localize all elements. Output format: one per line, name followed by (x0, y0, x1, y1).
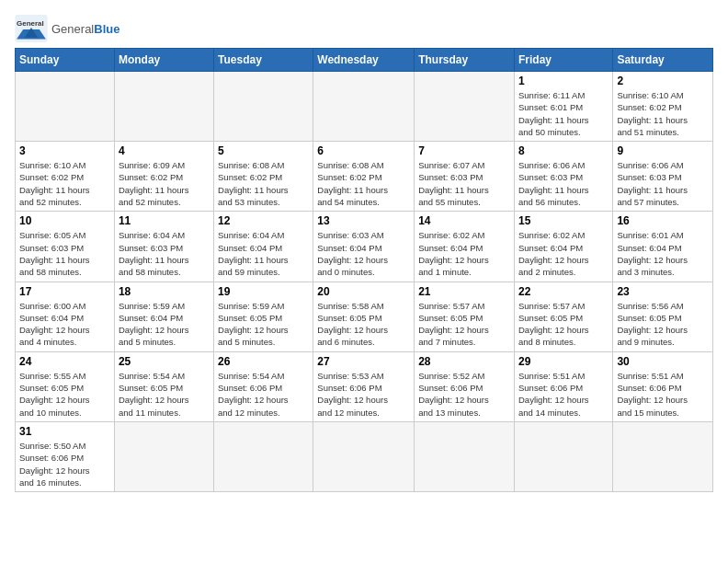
calendar-day-cell (16, 72, 115, 142)
calendar-day-cell (514, 421, 612, 491)
calendar-week-row: 10Sunrise: 6:05 AMSunset: 6:03 PMDayligh… (16, 212, 713, 282)
day-info: Sunrise: 6:01 AMSunset: 6:04 PMDaylight:… (617, 229, 709, 278)
day-info: Sunrise: 6:06 AMSunset: 6:03 PMDaylight:… (518, 159, 609, 208)
calendar-day-cell: 16Sunrise: 6:01 AMSunset: 6:04 PMDayligh… (613, 212, 713, 282)
day-number: 16 (617, 214, 709, 227)
day-number: 20 (317, 285, 410, 298)
calendar-day-cell: 11Sunrise: 6:04 AMSunset: 6:03 PMDayligh… (114, 212, 213, 282)
weekday-header-wednesday: Wednesday (313, 49, 415, 72)
day-info: Sunrise: 5:56 AMSunset: 6:05 PMDaylight:… (617, 300, 709, 349)
day-info: Sunrise: 5:59 AMSunset: 6:04 PMDaylight:… (119, 300, 210, 349)
calendar-day-cell: 28Sunrise: 5:52 AMSunset: 6:06 PMDayligh… (415, 351, 515, 421)
calendar-week-row: 1Sunrise: 6:11 AMSunset: 6:01 PMDaylight… (16, 72, 713, 142)
day-number: 31 (19, 425, 110, 438)
day-info: Sunrise: 6:10 AMSunset: 6:02 PMDaylight:… (19, 159, 110, 208)
day-number: 13 (317, 214, 410, 227)
day-info: Sunrise: 5:50 AMSunset: 6:06 PMDaylight:… (19, 440, 110, 488)
calendar-day-cell: 15Sunrise: 6:02 AMSunset: 6:04 PMDayligh… (514, 212, 612, 282)
generalblue-logo-icon: General (15, 15, 48, 42)
calendar-day-cell (114, 421, 213, 491)
calendar-day-cell: 1Sunrise: 6:11 AMSunset: 6:01 PMDaylight… (514, 72, 612, 142)
day-number: 6 (317, 144, 410, 157)
calendar-day-cell: 31Sunrise: 5:50 AMSunset: 6:06 PMDayligh… (16, 421, 115, 491)
day-info: Sunrise: 5:52 AMSunset: 6:06 PMDaylight:… (418, 370, 510, 419)
calendar-day-cell: 27Sunrise: 5:53 AMSunset: 6:06 PMDayligh… (313, 351, 415, 421)
day-info: Sunrise: 6:04 AMSunset: 6:03 PMDaylight:… (119, 229, 210, 278)
calendar-day-cell: 13Sunrise: 6:03 AMSunset: 6:04 PMDayligh… (313, 212, 415, 282)
calendar-week-row: 3Sunrise: 6:10 AMSunset: 6:02 PMDaylight… (16, 142, 713, 212)
day-info: Sunrise: 6:06 AMSunset: 6:03 PMDaylight:… (617, 159, 709, 208)
day-number: 1 (518, 75, 609, 87)
calendar-day-cell: 10Sunrise: 6:05 AMSunset: 6:03 PMDayligh… (16, 212, 115, 282)
day-info: Sunrise: 6:04 AMSunset: 6:04 PMDaylight:… (218, 229, 309, 278)
day-number: 7 (418, 144, 510, 157)
day-info: Sunrise: 5:54 AMSunset: 6:05 PMDaylight:… (119, 370, 210, 419)
day-number: 23 (617, 285, 709, 298)
weekday-header-monday: Monday (114, 49, 213, 72)
day-number: 2 (617, 75, 709, 87)
day-number: 14 (418, 214, 510, 227)
day-number: 28 (418, 355, 510, 368)
day-info: Sunrise: 5:51 AMSunset: 6:06 PMDaylight:… (518, 370, 609, 419)
calendar-week-row: 17Sunrise: 6:00 AMSunset: 6:04 PMDayligh… (16, 282, 713, 351)
calendar-day-cell: 9Sunrise: 6:06 AMSunset: 6:03 PMDaylight… (613, 142, 713, 212)
day-info: Sunrise: 6:11 AMSunset: 6:01 PMDaylight:… (518, 89, 609, 138)
day-info: Sunrise: 6:02 AMSunset: 6:04 PMDaylight:… (418, 229, 510, 278)
calendar-day-cell (214, 72, 313, 142)
calendar-day-cell (114, 72, 213, 142)
calendar-day-cell: 20Sunrise: 5:58 AMSunset: 6:05 PMDayligh… (313, 282, 415, 351)
calendar-day-cell: 18Sunrise: 5:59 AMSunset: 6:04 PMDayligh… (114, 282, 213, 351)
weekday-header-friday: Friday (514, 49, 612, 72)
day-info: Sunrise: 5:51 AMSunset: 6:06 PMDaylight:… (617, 370, 709, 419)
day-number: 26 (218, 355, 309, 368)
calendar-week-row: 24Sunrise: 5:55 AMSunset: 6:05 PMDayligh… (16, 351, 713, 421)
page-header: General GeneralBlue (15, 15, 713, 42)
calendar-day-cell: 22Sunrise: 5:57 AMSunset: 6:05 PMDayligh… (514, 282, 612, 351)
calendar-day-cell: 14Sunrise: 6:02 AMSunset: 6:04 PMDayligh… (415, 212, 515, 282)
day-number: 22 (518, 285, 609, 298)
day-info: Sunrise: 5:58 AMSunset: 6:05 PMDaylight:… (317, 300, 410, 349)
svg-text:General: General (17, 19, 44, 28)
day-info: Sunrise: 5:55 AMSunset: 6:05 PMDaylight:… (19, 370, 110, 419)
day-number: 8 (518, 144, 609, 157)
calendar-day-cell (415, 421, 515, 491)
calendar-day-cell (214, 421, 313, 491)
calendar-day-cell: 19Sunrise: 5:59 AMSunset: 6:05 PMDayligh… (214, 282, 313, 351)
day-info: Sunrise: 6:08 AMSunset: 6:02 PMDaylight:… (317, 159, 410, 208)
calendar-day-cell: 24Sunrise: 5:55 AMSunset: 6:05 PMDayligh… (16, 351, 115, 421)
calendar-day-cell: 5Sunrise: 6:08 AMSunset: 6:02 PMDaylight… (214, 142, 313, 212)
day-info: Sunrise: 6:08 AMSunset: 6:02 PMDaylight:… (218, 159, 309, 208)
day-info: Sunrise: 6:05 AMSunset: 6:03 PMDaylight:… (19, 229, 110, 278)
day-number: 27 (317, 355, 410, 368)
calendar-day-cell (613, 421, 713, 491)
weekday-header-row: SundayMondayTuesdayWednesdayThursdayFrid… (16, 49, 713, 72)
weekday-header-tuesday: Tuesday (214, 49, 313, 72)
day-number: 4 (119, 144, 210, 157)
day-info: Sunrise: 6:07 AMSunset: 6:03 PMDaylight:… (418, 159, 510, 208)
day-number: 9 (617, 144, 709, 157)
day-number: 29 (518, 355, 609, 368)
day-number: 10 (19, 214, 110, 227)
calendar-day-cell: 8Sunrise: 6:06 AMSunset: 6:03 PMDaylight… (514, 142, 612, 212)
weekday-header-sunday: Sunday (16, 49, 115, 72)
day-info: Sunrise: 5:53 AMSunset: 6:06 PMDaylight:… (317, 370, 410, 419)
calendar-day-cell: 3Sunrise: 6:10 AMSunset: 6:02 PMDaylight… (16, 142, 115, 212)
calendar-day-cell: 21Sunrise: 5:57 AMSunset: 6:05 PMDayligh… (415, 282, 515, 351)
day-number: 12 (218, 214, 309, 227)
calendar-day-cell: 25Sunrise: 5:54 AMSunset: 6:05 PMDayligh… (114, 351, 213, 421)
day-number: 25 (119, 355, 210, 368)
calendar-day-cell: 30Sunrise: 5:51 AMSunset: 6:06 PMDayligh… (613, 351, 713, 421)
day-number: 30 (617, 355, 709, 368)
calendar-week-row: 31Sunrise: 5:50 AMSunset: 6:06 PMDayligh… (16, 421, 713, 491)
calendar-day-cell: 2Sunrise: 6:10 AMSunset: 6:02 PMDaylight… (613, 72, 713, 142)
day-number: 5 (218, 144, 309, 157)
calendar-day-cell: 12Sunrise: 6:04 AMSunset: 6:04 PMDayligh… (214, 212, 313, 282)
day-info: Sunrise: 6:10 AMSunset: 6:02 PMDaylight:… (617, 89, 709, 138)
day-info: Sunrise: 5:54 AMSunset: 6:06 PMDaylight:… (218, 370, 309, 419)
day-number: 3 (19, 144, 110, 157)
day-number: 18 (119, 285, 210, 298)
logo-text: GeneralBlue (51, 22, 119, 36)
day-number: 11 (119, 214, 210, 227)
weekday-header-thursday: Thursday (415, 49, 515, 72)
day-number: 21 (418, 285, 510, 298)
